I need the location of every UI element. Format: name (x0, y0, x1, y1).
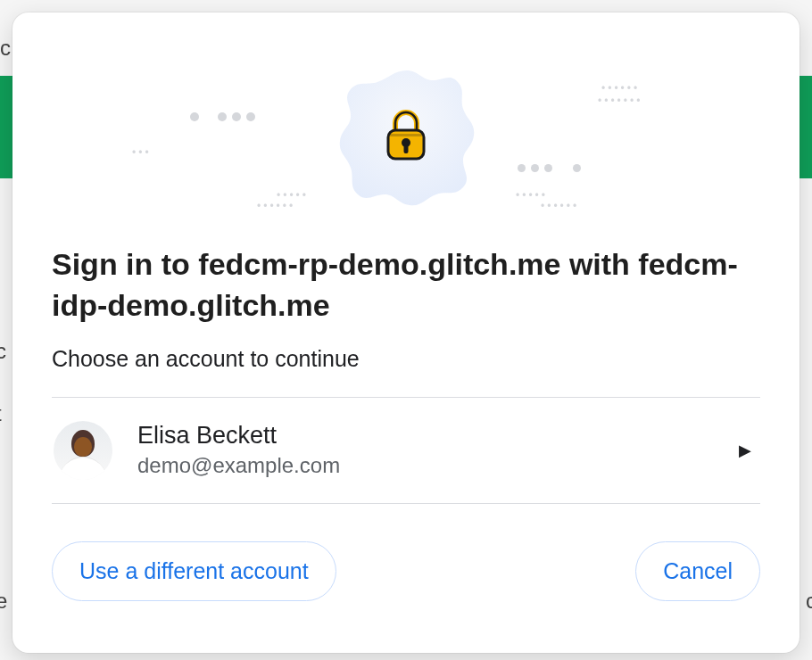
account-info: Elisa Beckett demo@example.com (137, 422, 730, 478)
background-glyph: c (806, 589, 812, 614)
svg-rect-1 (388, 134, 424, 136)
illustration: •••••• ••••••• ••••• •••••• ••• ••••• ••… (52, 48, 760, 227)
button-row: Use a different account Cancel (52, 541, 760, 610)
signin-dialog: •••••• ••••••• ••••• •••••• ••• ••••• ••… (12, 12, 800, 653)
svg-rect-3 (404, 144, 409, 153)
avatar (54, 421, 112, 480)
account-email: demo@example.com (137, 453, 730, 478)
cancel-button[interactable]: Cancel (635, 541, 760, 601)
background-glyph: c (0, 36, 11, 61)
background-glyph: t (0, 401, 2, 426)
lock-icon (381, 107, 431, 168)
background-glyph: c (0, 339, 6, 364)
background-glyph: e (0, 589, 7, 614)
dialog-subtitle: Choose an account to continue (52, 346, 760, 372)
dialog-title: Sign in to fedcm-rp-demo.glitch.me with … (52, 244, 760, 326)
lock-badge (333, 64, 480, 211)
chevron-right-icon: ▶ (739, 441, 751, 460)
account-option[interactable]: Elisa Beckett demo@example.com ▶ (52, 398, 760, 503)
use-different-account-button[interactable]: Use a different account (52, 541, 336, 601)
account-name: Elisa Beckett (137, 422, 730, 450)
divider (52, 503, 760, 504)
